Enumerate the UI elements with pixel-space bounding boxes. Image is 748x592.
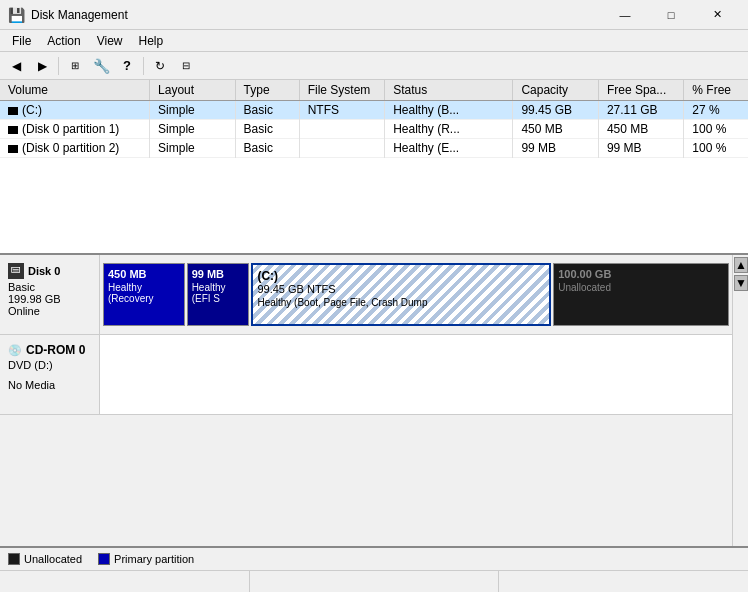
disk0-c-size-sub: 99.45 GB NTFS bbox=[257, 283, 545, 295]
disk-row-icon bbox=[8, 145, 18, 153]
cell-percentfree: 27 % bbox=[684, 101, 748, 120]
cdrom-status: No Media bbox=[8, 379, 91, 391]
cell-filesystem bbox=[299, 139, 384, 158]
status-bar bbox=[0, 570, 748, 592]
back-button[interactable]: ◀ bbox=[4, 55, 28, 77]
col-percentfree[interactable]: % Free bbox=[684, 80, 748, 101]
cdrom-label: 💿 CD-ROM 0 DVD (D:) No Media bbox=[0, 335, 100, 414]
cell-freespace: 27.11 GB bbox=[598, 101, 683, 120]
disk0-icon: 🖴 bbox=[8, 263, 24, 279]
volume-table: Volume Layout Type File System Status Ca… bbox=[0, 80, 748, 158]
menu-file[interactable]: File bbox=[4, 30, 39, 52]
col-layout[interactable]: Layout bbox=[150, 80, 235, 101]
title-bar: 💾 Disk Management — □ ✕ bbox=[0, 0, 748, 30]
disk0-c-desc: Healthy (Boot, Page File, Crash Dump bbox=[257, 297, 545, 308]
scrollbar-up-arrow[interactable]: ▲ bbox=[734, 257, 748, 273]
disk0-partitions: 450 MB Healthy (Recovery 99 MB Healthy (… bbox=[100, 255, 732, 334]
volume-table-area: Volume Layout Type File System Status Ca… bbox=[0, 80, 748, 255]
disk-view-scrollbar[interactable]: ▲ ▼ bbox=[732, 255, 748, 546]
disk-row-icon bbox=[8, 107, 18, 115]
disk0-c-label: (C:) bbox=[257, 269, 545, 283]
menu-help[interactable]: Help bbox=[131, 30, 172, 52]
status-section-1 bbox=[0, 571, 250, 592]
table-row[interactable]: (Disk 0 partition 1)SimpleBasicHealthy (… bbox=[0, 120, 748, 139]
cell-status: Healthy (E... bbox=[385, 139, 513, 158]
disk0-unalloc-desc: Unallocated bbox=[558, 282, 724, 293]
disk0-unallocated[interactable]: 100.00 GB Unallocated bbox=[553, 263, 729, 326]
disk-view: 🖴 Disk 0 Basic 199.98 GB Online 450 MB H… bbox=[0, 255, 748, 546]
disk0-row: 🖴 Disk 0 Basic 199.98 GB Online 450 MB H… bbox=[0, 255, 732, 335]
cdrom-drive: DVD (D:) bbox=[8, 359, 91, 371]
cell-capacity: 99 MB bbox=[513, 139, 598, 158]
status-section-2 bbox=[250, 571, 500, 592]
help-toolbar-button[interactable]: ? bbox=[115, 55, 139, 77]
col-freespace[interactable]: Free Spa... bbox=[598, 80, 683, 101]
cell-layout: Simple bbox=[150, 120, 235, 139]
close-button[interactable]: ✕ bbox=[694, 0, 740, 30]
status-section-3 bbox=[499, 571, 748, 592]
disk0-status: Online bbox=[8, 305, 91, 317]
cell-freespace: 450 MB bbox=[598, 120, 683, 139]
menu-view[interactable]: View bbox=[89, 30, 131, 52]
col-status[interactable]: Status bbox=[385, 80, 513, 101]
disk0-p2-size: 99 MB bbox=[192, 268, 245, 280]
legend-bar: Unallocated Primary partition bbox=[0, 546, 748, 570]
cell-status: Healthy (B... bbox=[385, 101, 513, 120]
disk0-partition-recovery[interactable]: 450 MB Healthy (Recovery bbox=[103, 263, 185, 326]
menu-action[interactable]: Action bbox=[39, 30, 88, 52]
cell-type: Basic bbox=[235, 139, 299, 158]
cdrom-icon: 💿 bbox=[8, 344, 22, 357]
col-type[interactable]: Type bbox=[235, 80, 299, 101]
toolbar-separator-1 bbox=[58, 57, 59, 75]
disk0-partition-efi[interactable]: 99 MB Healthy (EFI S bbox=[187, 263, 250, 326]
disk0-type: Basic bbox=[8, 281, 91, 293]
disk0-name: Disk 0 bbox=[28, 265, 60, 277]
table-row[interactable]: (C:)SimpleBasicNTFSHealthy (B...99.45 GB… bbox=[0, 101, 748, 120]
disk0-p1-desc: Healthy (Recovery bbox=[108, 282, 180, 304]
disk-row-icon bbox=[8, 126, 18, 134]
refresh-button[interactable]: ↻ bbox=[148, 55, 172, 77]
disk0-size: 199.98 GB bbox=[8, 293, 91, 305]
main-content: Volume Layout Type File System Status Ca… bbox=[0, 80, 748, 592]
col-capacity[interactable]: Capacity bbox=[513, 80, 598, 101]
properties-button[interactable]: 🔧 bbox=[89, 55, 113, 77]
legend-unalloc-label: Unallocated bbox=[24, 553, 82, 565]
cdrom-row: 💿 CD-ROM 0 DVD (D:) No Media bbox=[0, 335, 732, 415]
forward-button[interactable]: ▶ bbox=[30, 55, 54, 77]
disk0-p2-desc: Healthy (EFI S bbox=[192, 282, 245, 304]
cell-percentfree: 100 % bbox=[684, 120, 748, 139]
maximize-button[interactable]: □ bbox=[648, 0, 694, 30]
window-title: Disk Management bbox=[31, 8, 602, 22]
col-volume[interactable]: Volume bbox=[0, 80, 150, 101]
disk0-partition-c[interactable]: (C:) 99.45 GB NTFS Healthy (Boot, Page F… bbox=[251, 263, 551, 326]
cell-layout: Simple bbox=[150, 139, 235, 158]
minimize-button[interactable]: — bbox=[602, 0, 648, 30]
table-row[interactable]: (Disk 0 partition 2)SimpleBasicHealthy (… bbox=[0, 139, 748, 158]
cell-filesystem: NTFS bbox=[299, 101, 384, 120]
cdrom-content bbox=[100, 335, 732, 414]
disk0-p1-size: 450 MB bbox=[108, 268, 180, 280]
toolbar: ◀ ▶ ⊞ 🔧 ? ↻ ⊟ bbox=[0, 52, 748, 80]
window-controls: — □ ✕ bbox=[602, 0, 740, 30]
menu-bar: File Action View Help bbox=[0, 30, 748, 52]
cell-layout: Simple bbox=[150, 101, 235, 120]
show-hide-button[interactable]: ⊞ bbox=[63, 55, 87, 77]
col-filesystem[interactable]: File System bbox=[299, 80, 384, 101]
cell-type: Basic bbox=[235, 120, 299, 139]
cell-volume: (Disk 0 partition 2) bbox=[0, 139, 150, 158]
legend-primary: Primary partition bbox=[98, 553, 194, 565]
cell-filesystem bbox=[299, 120, 384, 139]
extra-button[interactable]: ⊟ bbox=[174, 55, 198, 77]
cell-freespace: 99 MB bbox=[598, 139, 683, 158]
cell-capacity: 450 MB bbox=[513, 120, 598, 139]
legend-unallocated: Unallocated bbox=[8, 553, 82, 565]
app-icon: 💾 bbox=[8, 7, 25, 23]
cell-capacity: 99.45 GB bbox=[513, 101, 598, 120]
toolbar-separator-2 bbox=[143, 57, 144, 75]
legend-primary-label: Primary partition bbox=[114, 553, 194, 565]
cell-volume: (Disk 0 partition 1) bbox=[0, 120, 150, 139]
cell-status: Healthy (R... bbox=[385, 120, 513, 139]
cell-type: Basic bbox=[235, 101, 299, 120]
disk0-label: 🖴 Disk 0 Basic 199.98 GB Online bbox=[0, 255, 100, 334]
scrollbar-down-arrow[interactable]: ▼ bbox=[734, 275, 748, 291]
